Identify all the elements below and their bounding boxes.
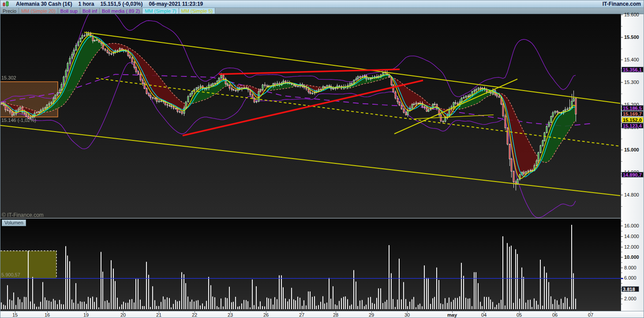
volume-axis-minor-tick xyxy=(621,304,622,304)
brand-label: IT-Finance.com xyxy=(603,1,641,7)
volume-axis-minor-tick xyxy=(621,252,622,252)
price-axis-tick xyxy=(621,15,623,15)
volume-axis-label: 12.000 xyxy=(624,244,639,250)
time-axis-label: 29 xyxy=(364,312,379,318)
price-tag: 15.123,4 xyxy=(622,123,644,129)
time-axis-label: 05 xyxy=(512,312,527,318)
indicator-chip-4[interactable]: Boll media ( 89 2) xyxy=(100,8,142,14)
time-axis-label: 19 xyxy=(79,312,94,318)
indicator-chip-2[interactable]: Boll sup xyxy=(58,8,80,14)
price-axis-label: 15.600 xyxy=(624,12,639,17)
price-tag: 15.152,0 xyxy=(622,117,644,123)
time-axis-label: may xyxy=(445,312,460,318)
chart-canvas[interactable] xyxy=(0,14,621,311)
time-axis-label: 15 xyxy=(7,312,22,318)
instrument-title: Alemania 30 Cash (1€) xyxy=(16,1,72,7)
watermark: © IT-Finance.com xyxy=(2,212,44,218)
header-bar: Alemania 30 Cash (1€) 1 hora 15.151,5 (-… xyxy=(0,0,644,8)
volume-axis-label: 14.000 xyxy=(624,234,639,239)
candlestick-icon xyxy=(2,1,10,7)
indicator-chip-6[interactable]: MM (Simple 5) xyxy=(179,8,216,14)
volume-axis-minor-tick xyxy=(621,242,622,242)
time-axis-label: 30 xyxy=(400,312,415,318)
price-axis-minor-tick xyxy=(621,161,622,162)
price-tag: 15.169,7 xyxy=(622,111,644,117)
volume-axis-label: 6.000 xyxy=(624,275,637,280)
zone-bottom-price-label: 15.146 (-1,02%) xyxy=(1,117,36,123)
timeframe-label: 1 hora xyxy=(78,1,94,7)
price-axis-minor-tick xyxy=(621,94,622,94)
datetime-label: 06-may-2021 11:23:19 xyxy=(149,1,203,7)
price-axis-label: 15.000 xyxy=(624,147,639,152)
indicator-toolbar: PrecioMM (Simple 20)Boll supBoll infBoll… xyxy=(0,8,644,14)
price-axis-minor-tick xyxy=(621,139,622,139)
time-axis-label: 04 xyxy=(476,312,491,318)
indicator-chip-5[interactable]: MM (Simple 7) xyxy=(142,8,179,14)
time-axis-label: 16 xyxy=(40,312,55,318)
threshold-line-tick xyxy=(621,278,623,279)
volume-axis-label: 2.000 xyxy=(624,296,637,301)
price-axis-label: 15.300 xyxy=(624,80,639,85)
volume-axis-tick xyxy=(621,299,623,299)
price-tag: 14.890,7 xyxy=(622,172,644,178)
price-tag: 15.186,5 xyxy=(622,105,644,111)
volume-axis-tick xyxy=(621,226,623,226)
volume-axis-minor-tick xyxy=(621,231,622,231)
price-axis-label: 15.400 xyxy=(624,57,639,62)
indicator-chip-1[interactable]: MM (Simple 20) xyxy=(19,8,58,14)
volume-axis-minor-tick xyxy=(621,294,622,294)
volume-axis-minor-tick xyxy=(621,273,622,273)
time-axis-label: 27 xyxy=(294,312,309,318)
price-axis-tick xyxy=(621,150,623,150)
indicator-chip-3[interactable]: Boll inf xyxy=(80,8,100,14)
time-axis-label: 26 xyxy=(258,312,273,318)
zone-top-price-label: 15.302 xyxy=(1,75,16,80)
volume-axis-label: 8.000 xyxy=(624,265,637,270)
volume-axis-tick xyxy=(621,268,623,268)
time-axis-label: 23 xyxy=(223,312,238,318)
price-axis-label: 15.500 xyxy=(624,34,639,40)
time-axis[interactable]: 151619202122232627282930may04050607 xyxy=(0,311,644,318)
indicator-chip-0[interactable]: Precio xyxy=(0,8,19,14)
price-axis-minor-tick xyxy=(621,206,622,207)
volume-axis-label: 16.000 xyxy=(624,223,639,228)
time-axis-label: 20 xyxy=(116,312,131,318)
volume-indicator-chip[interactable]: Volumen xyxy=(2,220,26,226)
volume-axis-minor-tick xyxy=(621,283,622,284)
volume-axis-tick xyxy=(621,247,623,247)
last-price-label: 15.151,5 (-0,03%) xyxy=(100,1,142,7)
volume-axis-tick xyxy=(621,236,623,237)
volume-threshold-label: 5.900,57 xyxy=(1,272,20,277)
price-axis[interactable]: 15.60015.50015.40015.30015.20015.10015.0… xyxy=(621,14,644,311)
volume-axis-minor-tick xyxy=(621,221,622,221)
volume-axis-tick xyxy=(621,257,623,257)
price-axis-tick xyxy=(621,195,623,195)
volume-axis-minor-tick xyxy=(621,262,622,263)
price-axis-label: 14.800 xyxy=(624,192,639,197)
app-window: Alemania 30 Cash (1€) 1 hora 15.151,5 (-… xyxy=(0,0,644,318)
price-axis-tick xyxy=(621,37,623,38)
price-axis-tick xyxy=(621,82,623,83)
time-axis-label: 22 xyxy=(187,312,202,318)
price-axis-tick xyxy=(621,60,623,60)
price-axis-minor-tick xyxy=(621,49,622,49)
price-tag: 15.356,1 xyxy=(622,67,644,72)
time-axis-label: 06 xyxy=(547,312,562,318)
volume-axis-label: 10.000 xyxy=(624,254,639,260)
price-axis-minor-tick xyxy=(621,26,622,26)
time-axis-label: 28 xyxy=(328,312,343,318)
time-axis-label: 21 xyxy=(151,312,166,318)
price-axis-minor-tick xyxy=(621,184,622,184)
time-axis-label: 07 xyxy=(583,312,598,318)
volume-tag: 3.818 xyxy=(622,286,639,292)
